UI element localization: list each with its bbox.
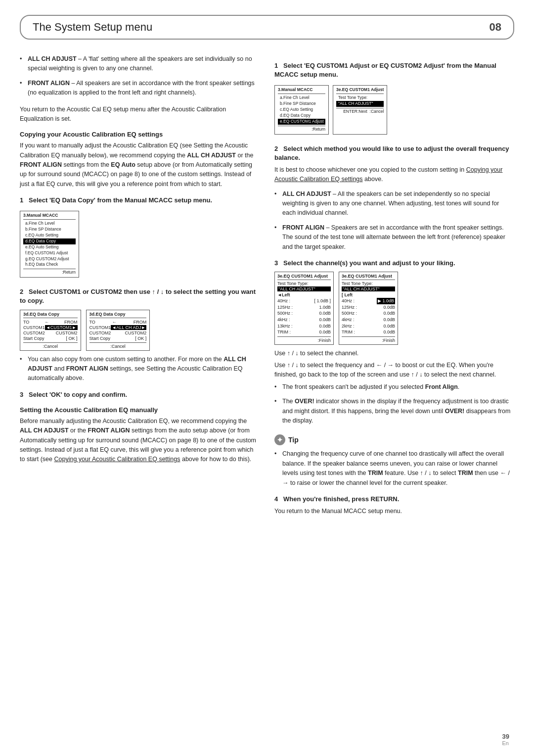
r2-bullet-all-ch: ALL CH ADJUST – All the speakers can be … xyxy=(274,189,514,218)
right-step2-body: It is best to choose whichever one you c… xyxy=(274,165,514,185)
copy-box1-custom2-row: CUSTOM2 CUSTOM2 xyxy=(23,331,78,335)
eq-box-right-channel: [ Left xyxy=(342,292,395,297)
page-title: The System Setup menu xyxy=(33,21,152,34)
r2-bullet-front-align: FRONT ALIGN – Speakers are set in accord… xyxy=(274,223,514,252)
r1-item-e-highlighted: e.EQ CUSTOM1 Adjust xyxy=(278,119,325,125)
header-bar: The System Setup menu 08 xyxy=(20,15,514,40)
step1-item-g: g.EQ CUSTOM2 Adjust xyxy=(23,256,76,262)
eq-right-row-125: 125Hz :0.0dB xyxy=(342,304,395,311)
eq-right-row-4k: 4kHz :0.0dB xyxy=(342,317,395,323)
front-align-dash: – xyxy=(71,80,76,87)
use-line-2: Use ↑ / ↓ to select the frequency and ← … xyxy=(274,361,514,379)
eq-left-row-125: 125Hz :1.0dB xyxy=(277,304,331,311)
step1-screen-title: 3.Manual MCACC xyxy=(23,213,76,220)
step1-item-b: b.Fine SP Distance xyxy=(23,227,76,233)
step1-heading: 1 Select 'EQ Data Copy' from the Manual … xyxy=(20,196,260,205)
copy-box1-start-row: Start Copy [ OK ] xyxy=(23,336,78,341)
all-ch-adjust-label: ALL CH ADJUST xyxy=(28,55,77,62)
eq-box-right-tone-type: Test Tone Type: xyxy=(342,281,395,286)
eq-box-right: 3e.EQ CUSTOM1 Adjust Test Tone Type: "AL… xyxy=(339,272,398,345)
r1-screen-left-footer: :Return xyxy=(278,126,325,133)
step1-screen-footer: :Return xyxy=(23,269,76,276)
copy-box1-header-row: TO ← FROM xyxy=(23,320,78,325)
eq-right-row-40: 40Hz :▶ 1.0dB xyxy=(342,298,395,304)
eq-adjust-boxes: 3e.EQ CUSTOM1 Adjust Test Tone Type: "AL… xyxy=(274,272,514,345)
r1-item-c: c.EQ Auto Setting xyxy=(278,107,325,113)
setting-body: Before manually adjusting the Acoustic C… xyxy=(20,417,260,465)
right-step1-screens: 3.Manual MCACC a.Fine Ch Level b.Fine SP… xyxy=(274,82,514,137)
copy-box2-footer: :Cancel xyxy=(89,342,147,349)
right-step1-screen-right: 3e.EQ CUSTOM1 Adjust Test Tone Type: "AL… xyxy=(333,85,387,134)
eq-box-left-channel: ◄Left xyxy=(277,292,331,297)
copy-box2-start-row: Start Copy [ OK ] xyxy=(89,336,147,341)
copy-box2-custom2-row: CUSTOM2 CUSTOM2 xyxy=(89,331,147,335)
r1-all-ch-adjust-highlight: "ALL CH ADJUST" xyxy=(336,101,384,107)
page-container: The System Setup menu 08 ALL CH ADJUST –… xyxy=(0,0,534,756)
setting-eq-heading: Setting the Acoustic Calibration EQ manu… xyxy=(20,406,260,414)
eq-box-right-title: 3e.EQ CUSTOM1 Adjust xyxy=(342,274,395,280)
front-align-label: FRONT ALIGN xyxy=(28,80,70,87)
r1-item-a: a.Fine Ch Level xyxy=(278,95,325,101)
step1-item-f: f.EQ CUSTOM1 Adjust xyxy=(23,250,76,256)
copy-box-2: 3d.EQ Data Copy TO ← FROM CUSTOM1 ◄ALL C… xyxy=(86,310,150,351)
tip-box: ✦ Tip Changing the frequency curve of on… xyxy=(274,434,514,488)
tip-label: Tip xyxy=(288,436,299,444)
right-step2-bullets: ALL CH ADJUST – All the speakers can be … xyxy=(274,189,514,252)
step1-item-c: c.EQ Auto Setting xyxy=(23,233,76,238)
right-step2-heading: 2 Select which method you would like to … xyxy=(274,144,514,162)
bullet-all-ch-adjust: ALL CH ADJUST – A 'flat' setting where a… xyxy=(20,54,260,74)
r1-screen-right-footer: ENTER:Next :Cancel xyxy=(336,108,384,115)
all-ch-adjust-dash: – xyxy=(78,55,83,62)
eq-box-left-tone-type: Test Tone Type: xyxy=(277,281,331,286)
r1-screen-right-title: 3e.EQ CUSTOM1 Adjust xyxy=(336,87,384,94)
copy-box2-title: 3d.EQ Data Copy xyxy=(89,312,147,318)
eq-left-row-40: 40Hz :[ 1.0dB ] xyxy=(277,298,331,304)
tip-icon: ✦ xyxy=(274,434,285,445)
eq-box-right-footer: :Finish xyxy=(342,336,395,343)
eq-box-left-title: 3e.EQ CUSTOM1 Adjust xyxy=(277,274,331,280)
main-content: ALL CH ADJUST – A 'flat' setting where a… xyxy=(20,54,514,521)
step1-screen: 3.Manual MCACC a.Fine Ch Level b.Fine SP… xyxy=(20,211,79,278)
eq-right-row-trim: TRIM :0.0dB xyxy=(342,329,395,335)
bullet-front-align: FRONT ALIGN – All speakers are set in ac… xyxy=(20,79,260,98)
copy-boxes: 3d.EQ Data Copy TO ← FROM CUSTOM1 ◄CUSTO… xyxy=(20,310,260,351)
left-column: ALL CH ADJUST – A 'flat' setting where a… xyxy=(20,54,260,521)
right-step4-body: You return to the Manual MCACC setup men… xyxy=(274,507,514,516)
footer-lang: En xyxy=(502,740,509,746)
bullet-over: The OVER! indicator shows in the display… xyxy=(274,397,514,425)
step1-item-h: h.EQ Data Check xyxy=(23,262,76,268)
eq-left-row-4k: 4kHz :0.0dB xyxy=(277,317,331,323)
eq-box-left-type-val: "ALL CH ADJUST" xyxy=(277,286,331,291)
right-step1-screen-left: 3.Manual MCACC a.Fine Ch Level b.Fine SP… xyxy=(274,85,329,134)
step3-heading: 3 Select 'OK' to copy and confirm. xyxy=(20,390,260,399)
tip-heading: ✦ Tip xyxy=(274,434,514,445)
eq-left-row-500: 500Hz :0.0dB xyxy=(277,310,331,317)
right-step4-heading: 4 When you're finished, press RETURN. xyxy=(274,495,514,504)
use-line-1: Use ↑ / ↓ to select the channel. xyxy=(274,349,514,358)
right-step3-heading: 3 Select the channel(s) you want and adj… xyxy=(274,259,514,268)
eq-left-row-13k: 13kHz :0.0dB xyxy=(277,323,331,330)
tip-body: Changing the frequency curve of one chan… xyxy=(274,449,514,488)
footer-page-number: 39 xyxy=(502,733,509,740)
page-number-badge: 08 xyxy=(490,21,501,34)
copy-body: If you want to manually adjust the Acous… xyxy=(20,141,260,189)
step2-heading: 2 Select CUSTOM1 or CUSTOM2 then use ↑ /… xyxy=(20,287,260,305)
copy-box-1: 3d.EQ Data Copy TO ← FROM CUSTOM1 ◄CUSTO… xyxy=(20,310,81,351)
eq-right-row-500: 500Hz :0.0dB xyxy=(342,310,395,317)
page-footer: 39 En xyxy=(502,733,509,746)
step1-item-e: e.EQ Auto Setting xyxy=(23,244,76,250)
copy-box1-footer: :Cancel xyxy=(23,342,78,349)
r1-item-d: d.EQ Data Copy xyxy=(278,113,325,119)
step1-item-a: a.Fine Ch Level xyxy=(23,221,76,227)
eq-left-row-trim: TRIM :0.0dB xyxy=(277,329,331,335)
eq-right-row-2k: 2kHz :0.0dB xyxy=(342,323,395,330)
copy-box1-custom1-row: CUSTOM1 ◄CUSTOM1► xyxy=(23,325,78,330)
copy-box2-header-row: TO ← FROM xyxy=(89,320,147,325)
right-step1-heading: 1 Select 'EQ CUSTOM1 Adjust or EQ CUSTOM… xyxy=(274,61,514,79)
return-text: You return to the Acoustic Cal EQ setup … xyxy=(20,105,260,124)
r1-screen-left-title: 3.Manual MCACC xyxy=(278,87,325,94)
r1-test-tone-type: Test Tone Type: xyxy=(336,95,384,101)
copy-note-bullet: You can also copy from one custom settin… xyxy=(20,355,260,383)
eq-box-right-type-val: "ALL CH ADJUST" xyxy=(342,286,395,291)
copy-box1-title: 3d.EQ Data Copy xyxy=(23,312,78,318)
